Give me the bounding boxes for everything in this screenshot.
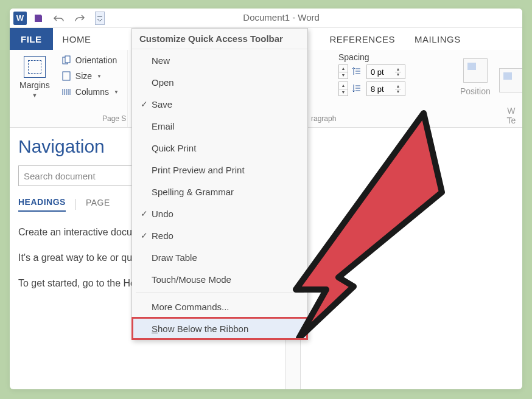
qat-menu-draw-table[interactable]: Draw Table (132, 246, 307, 268)
qat-menu-title: Customize Quick Access Toolbar (132, 29, 307, 49)
word-app-icon: W (13, 12, 27, 25)
customize-qat-menu: Customize Quick Access Toolbar New Open … (131, 28, 308, 340)
chevron-down-icon: ▼ (97, 74, 102, 79)
menu-item-label: Redo (152, 231, 173, 241)
check-icon: ✓ (137, 231, 152, 240)
qat-menu-undo[interactable]: ✓Undo (132, 203, 307, 224)
nav-tab-headings[interactable]: HEADINGS (18, 197, 66, 212)
qat-menu-redo[interactable]: ✓Redo (132, 224, 307, 246)
spacing-group: Spacing ▲▼ 0 pt ▲▼ ▲▼ 8 pt ▲▼ (338, 52, 405, 99)
paragraph-group-label: ragraph (311, 114, 336, 123)
undo-icon (53, 13, 65, 23)
qat-menu-quick-print[interactable]: Quick Print (132, 137, 307, 159)
spacing-before-row: ▲▼ 0 pt ▲▼ (338, 64, 405, 79)
quick-access-toolbar (32, 12, 105, 25)
position-icon (463, 58, 488, 83)
qat-menu-open[interactable]: Open (132, 71, 307, 93)
redo-icon (74, 13, 86, 23)
menu-separator (136, 293, 304, 293)
tab-home[interactable]: HOME (53, 28, 101, 50)
tab-references[interactable]: REFERENCES (320, 28, 405, 50)
columns-label: Columns (75, 87, 109, 97)
word-window: W Document1 - Word FILE HOME REFERENCES … (10, 9, 522, 389)
check-icon: ✓ (137, 209, 152, 218)
page-setup-stack: Orientation Size ▼ Columns ▼ (58, 54, 121, 99)
wrap-text-label: W Te (506, 106, 516, 125)
space-before-spinner[interactable]: ▲▼ (395, 66, 401, 77)
qat-menu-spelling[interactable]: Spelling & Grammar (132, 181, 307, 203)
qat-menu-more-commands[interactable]: More Commands... (132, 296, 307, 317)
indent-right-spinner[interactable]: ▲▼ (338, 82, 348, 96)
chevron-down-icon (97, 15, 102, 21)
space-after-input[interactable]: 8 pt ▲▼ (366, 82, 405, 96)
size-label: Size (75, 71, 92, 81)
margins-icon (24, 56, 46, 78)
undo-button[interactable] (52, 12, 66, 25)
page-setup-group-label: Page S (102, 114, 126, 123)
title-bar: W Document1 - Word (10, 9, 522, 28)
tab-mailings[interactable]: MAILINGS (405, 28, 471, 50)
qat-menu-touch-mouse[interactable]: Touch/Mouse Mode (132, 268, 307, 290)
size-icon (61, 71, 72, 82)
spacing-after-row: ▲▼ 8 pt ▲▼ (338, 82, 405, 96)
qat-menu-show-below-ribbon[interactable]: Show Below the Ribbon (132, 317, 307, 339)
orientation-label: Orientation (75, 55, 117, 65)
wrap-text-button[interactable]: W Te (499, 58, 522, 125)
orientation-icon (61, 55, 72, 66)
menu-item-label: Spelling & Grammar (152, 187, 234, 197)
nav-tab-pages[interactable]: PAGE (86, 198, 110, 211)
space-before-icon (352, 66, 363, 77)
menu-item-label: Touch/Mouse Mode (152, 274, 231, 285)
chevron-down-icon: ▼ (32, 92, 37, 99)
menu-item-label: Save (152, 99, 172, 109)
qat-menu-new[interactable]: New (132, 49, 307, 71)
menu-item-label: More Commands... (152, 302, 229, 312)
chevron-down-icon: ▼ (114, 89, 119, 95)
columns-icon (61, 86, 72, 97)
menu-item-label: Email (152, 121, 175, 131)
spacing-label: Spacing (338, 52, 405, 62)
document-title: Document1 - Word (243, 12, 320, 23)
space-after-icon (352, 83, 363, 94)
menu-item-label: New (152, 55, 170, 66)
menu-item-label: Undo (152, 209, 173, 219)
save-icon (33, 13, 43, 23)
svg-rect-1 (65, 56, 70, 63)
save-button[interactable] (32, 12, 45, 25)
space-after-spinner[interactable]: ▲▼ (395, 83, 401, 94)
menu-item-label: Show Below the Ribbon (152, 324, 248, 334)
nav-tab-separator (75, 199, 76, 210)
qat-menu-save[interactable]: ✓Save (132, 93, 307, 115)
menu-item-label: Print Preview and Print (152, 165, 245, 175)
qat-menu-print-preview[interactable]: Print Preview and Print (132, 159, 307, 181)
position-button[interactable]: Position (460, 58, 491, 125)
qat-customize-dropdown[interactable] (95, 12, 105, 25)
svg-rect-2 (63, 72, 70, 80)
arrange-group: Position W Te (460, 58, 522, 125)
orientation-button[interactable]: Orientation (58, 54, 121, 67)
search-placeholder: Search document (24, 171, 96, 181)
position-label: Position (460, 86, 491, 96)
tab-file[interactable]: FILE (10, 28, 53, 50)
menu-item-label: Quick Print (152, 143, 196, 153)
check-icon: ✓ (137, 99, 152, 109)
size-button[interactable]: Size ▼ (58, 69, 121, 83)
margins-button[interactable]: Margins ▼ (16, 54, 54, 101)
space-before-input[interactable]: 0 pt ▲▼ (366, 64, 405, 79)
redo-button[interactable] (73, 12, 86, 25)
space-before-value: 0 pt (371, 68, 384, 77)
margins-label: Margins (19, 80, 50, 90)
wrap-text-icon (499, 68, 522, 92)
menu-item-label: Open (152, 77, 174, 88)
qat-menu-email[interactable]: Email (132, 115, 307, 137)
menu-item-label: Draw Table (152, 252, 197, 263)
columns-button[interactable]: Columns ▼ (58, 85, 121, 99)
indent-left-spinner[interactable]: ▲▼ (338, 64, 348, 79)
space-after-value: 8 pt (371, 85, 384, 94)
